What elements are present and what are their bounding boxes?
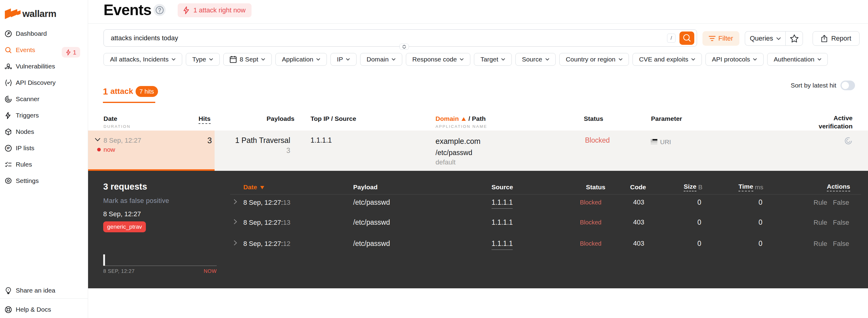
- svg-text:IP: IP: [7, 146, 10, 150]
